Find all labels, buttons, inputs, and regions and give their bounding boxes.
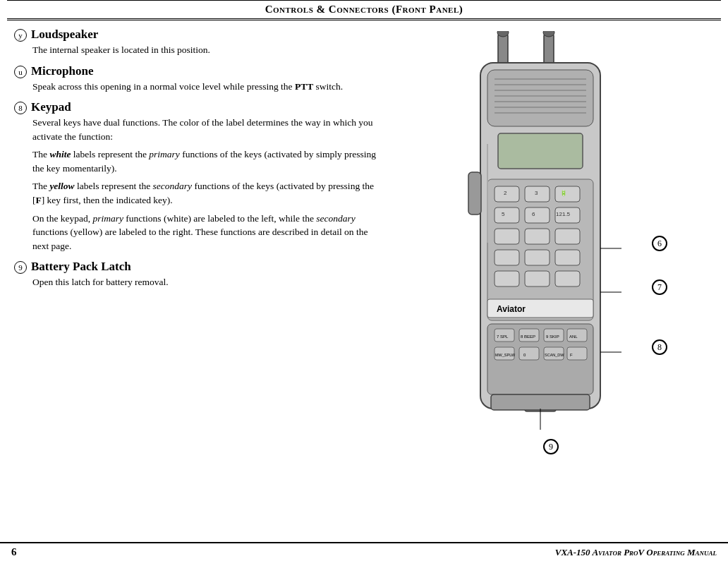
svg-text:9 SKIP: 9 SKIP <box>546 334 559 339</box>
svg-rect-5 <box>487 70 593 126</box>
svg-text:Aviator: Aviator <box>497 304 526 314</box>
callout-9: 9 <box>543 439 559 454</box>
svg-rect-17 <box>555 186 580 202</box>
footer-page-number: 6 <box>11 546 17 558</box>
svg-rect-13 <box>498 133 583 169</box>
item-microphone-title: Microphone <box>31 64 93 78</box>
item-microphone-heading: u Microphone <box>14 64 381 78</box>
item-battery-body: Open this latch for battery removal. <box>32 275 381 289</box>
item-keypad: 8 Keypad Several keys have dual function… <box>14 100 381 253</box>
svg-rect-21 <box>495 229 519 244</box>
svg-text:ANL: ANL <box>569 334 578 339</box>
item-loudspeaker-heading: y Loudspeaker <box>14 28 381 42</box>
item-keypad-heading: 8 Keypad <box>14 100 381 114</box>
item-microphone-circle: u <box>14 66 27 78</box>
item-microphone-body: Speak across this opening in a normal vo… <box>32 80 381 94</box>
keypad-text-3: The yellow labels represent the secondar… <box>32 179 381 207</box>
svg-rect-49 <box>468 172 481 215</box>
svg-rect-25 <box>525 250 550 265</box>
item-keypad-title: Keypad <box>31 100 71 114</box>
svg-text:7 SPL: 7 SPL <box>497 334 509 339</box>
item-battery-circle: 9 <box>14 261 27 274</box>
radio-svg: Aviator 7 SPL 8 BEEP 9 SKIP ANL MW_SPL <box>442 31 639 454</box>
item-battery-title: Battery Pack Latch <box>31 260 131 274</box>
svg-rect-23 <box>555 229 580 244</box>
image-column: Aviator 7 SPL 8 BEEP 9 SKIP ANL MW_SPL <box>388 28 714 469</box>
svg-rect-29 <box>555 271 580 286</box>
svg-rect-28 <box>525 271 550 286</box>
keypad-text-4: On the keypad, primary functions (white)… <box>32 212 381 253</box>
svg-text:5: 5 <box>502 211 505 217</box>
item-loudspeaker-body: The internal speaker is located in this … <box>32 43 381 57</box>
svg-rect-26 <box>555 250 580 265</box>
svg-point-2 <box>497 31 509 37</box>
svg-text:8 BEEP: 8 BEEP <box>521 334 535 339</box>
main-content: y Loudspeaker The internal speaker is lo… <box>0 20 728 476</box>
svg-rect-15 <box>495 186 519 202</box>
callout-8: 8 <box>652 339 667 355</box>
microphone-text: Speak across this opening in a normal vo… <box>32 80 381 94</box>
svg-text:🔋: 🔋 <box>560 189 567 196</box>
header-title: Controls & Connectors (Front Panel) <box>265 4 463 15</box>
svg-rect-27 <box>495 271 519 286</box>
svg-rect-19 <box>525 207 550 223</box>
callout-6: 6 <box>652 236 667 251</box>
keypad-text-1: Several keys have dual functions. The co… <box>32 116 381 143</box>
radio-device: Aviator 7 SPL 8 BEEP 9 SKIP ANL MW_SPL <box>442 31 660 469</box>
keypad-text-2: The white labels represent the primary f… <box>32 147 381 175</box>
svg-text:F: F <box>570 353 573 357</box>
svg-text:MW_SPLW: MW_SPLW <box>495 353 516 357</box>
item-microphone: u Microphone Speak across this opening i… <box>14 64 381 94</box>
item-keypad-circle: 8 <box>14 102 27 114</box>
svg-text:SCAN_DW: SCAN_DW <box>545 353 564 357</box>
svg-rect-52 <box>491 394 590 410</box>
svg-rect-24 <box>495 250 519 265</box>
svg-rect-22 <box>525 229 550 244</box>
svg-text:6: 6 <box>532 211 535 217</box>
battery-text: Open this latch for battery removal. <box>32 275 381 289</box>
svg-rect-18 <box>495 207 519 223</box>
item-battery: 9 Battery Pack Latch Open this latch for… <box>14 260 381 289</box>
svg-rect-42 <box>519 347 539 360</box>
svg-point-3 <box>543 31 554 37</box>
text-column: y Loudspeaker The internal speaker is lo… <box>14 28 381 469</box>
item-loudspeaker: y Loudspeaker The internal speaker is lo… <box>14 28 381 57</box>
footer-manual-title: VXA-150 Aviator ProV Operating Manual <box>555 547 717 558</box>
item-loudspeaker-title: Loudspeaker <box>31 28 98 42</box>
svg-text:121.5: 121.5 <box>556 211 571 217</box>
loudspeaker-text: The internal speaker is located in this … <box>32 43 381 57</box>
item-battery-heading: 9 Battery Pack Latch <box>14 260 381 274</box>
page-footer: 6 VXA-150 Aviator ProV Operating Manual <box>0 542 728 561</box>
item-loudspeaker-circle: y <box>14 29 27 42</box>
svg-text:3: 3 <box>535 190 538 196</box>
item-keypad-body: Several keys have dual functions. The co… <box>32 116 381 253</box>
svg-text:2: 2 <box>504 190 507 196</box>
callout-7: 7 <box>652 279 667 295</box>
page-header: Controls & Connectors (Front Panel) <box>7 0 721 20</box>
